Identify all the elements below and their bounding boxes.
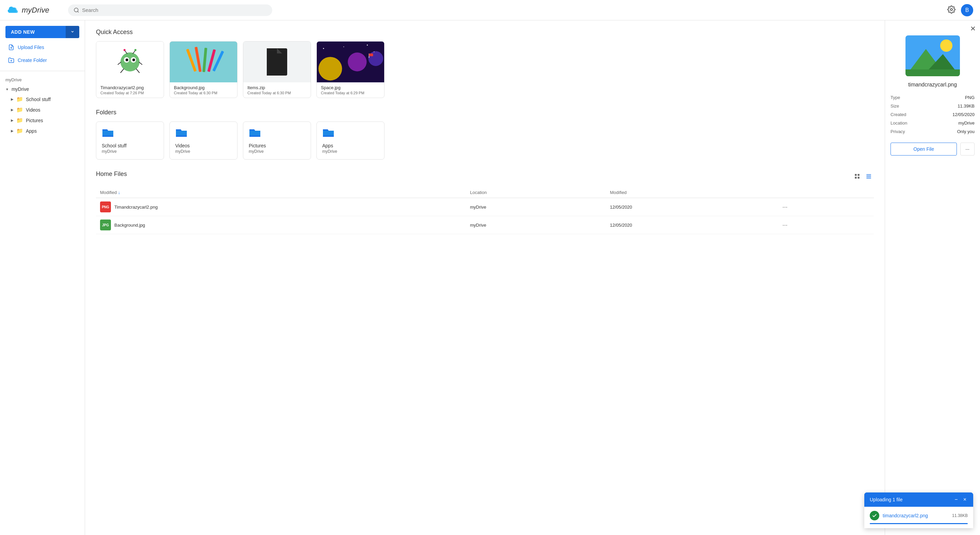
chevron-down-icon [70,30,75,34]
folders-grid: School stuff myDrive Videos myDrive [96,121,874,159]
avatar[interactable]: B [961,4,973,16]
svg-point-45 [940,40,953,52]
svg-rect-48 [905,69,960,76]
file-meta: Type PNG Size 11.39KB Created 12/05/2020… [891,93,975,136]
svg-rect-39 [858,177,859,178]
folder-icon-videos [175,127,232,140]
sidebar-section-title: myDrive [0,75,85,84]
folder-card-pictures[interactable]: Pictures myDrive [243,121,311,159]
view-toggle [852,172,874,182]
logo-area: myDrive [7,5,61,15]
qa-card-alien[interactable]: Timandcrazycarl2.png Created Today at 7:… [96,41,164,98]
upload-minimize-button[interactable]: − [953,497,959,503]
meta-row-privacy: Privacy Only you [891,127,975,136]
svg-point-10 [132,59,135,61]
upload-icon [8,44,14,50]
qa-card-bg[interactable]: Background.jpg Created Today at 6:30 PM [169,41,237,98]
grid-icon [854,173,860,179]
settings-button[interactable] [947,5,956,14]
folder-name-apps: Apps [322,143,379,148]
add-new-main-button[interactable]: ADD NEW [5,26,66,38]
svg-rect-40 [866,174,871,175]
svg-rect-41 [866,175,871,176]
create-folder-action[interactable]: Create Folder [0,54,85,67]
qa-thumbnail-bg [170,41,237,82]
search-bar[interactable] [68,5,272,16]
sidebar-item-videos[interactable]: ▶ 📁 Videos [5,105,85,115]
meta-row-location: Location myDrive [891,119,975,127]
folder-loc-pictures: myDrive [249,149,305,154]
add-new-chevron-button[interactable] [66,26,79,38]
col-modified[interactable]: Modified ↓ [96,187,466,198]
sidebar-item-pictures[interactable]: ▶ 📁 Pictures [5,115,85,126]
upload-check-icon [870,511,879,521]
svg-point-28 [348,53,366,71]
svg-point-33 [374,51,374,52]
svg-line-1 [78,11,79,12]
open-file-button[interactable]: Open File [891,143,957,156]
upload-file-row: timandcrazycarl2.png 11.38KB [870,511,968,521]
list-icon [865,173,872,179]
file-more-button-2[interactable]: ··· [780,221,789,229]
create-folder-label: Create Folder [18,57,47,63]
upload-title: Uploading 1 file [870,497,903,502]
close-icon: ✕ [970,25,976,32]
sidebar-item-label-school: School stuff [26,97,51,102]
home-files-title: Home Files [96,170,127,178]
qa-card-zip[interactable]: Items.zip Created Today at 6:30 PM [243,41,311,98]
sidebar-item-label-videos: Videos [26,107,40,113]
svg-point-30 [323,48,324,49]
folder-icon-2: 📁 [16,107,23,113]
svg-point-2 [950,8,953,11]
add-new-button-group: ADD NEW [5,26,79,38]
file-badge-png: PNG [100,201,111,212]
col-modified2: Modified [606,187,776,198]
file-badge-jpg: JPG [100,220,111,231]
sidebar-item-apps[interactable]: ▶ 📁 Apps [5,126,85,136]
list-view-button[interactable] [864,172,874,182]
file-more-button[interactable]: ··· [780,203,789,211]
upload-file-size: 11.38KB [952,513,968,518]
svg-point-6 [121,53,140,72]
tree-chevron-down: ▼ [5,88,9,91]
logo-text: myDrive [22,6,49,14]
file-more-2: ··· [776,216,874,234]
qa-name-space: Space.jpg [321,85,380,90]
qa-card-space[interactable]: Space.jpg Created Today at 6:29 PM [317,41,385,98]
folder-icon-school [102,127,158,140]
folder-name-videos: Videos [175,143,232,148]
sort-arrow: ↓ [118,190,121,195]
close-panel-button[interactable]: ✕ [970,24,976,33]
table-row: PNG Timandcrazycarl2.png myDrive 12/05/2… [96,198,874,216]
upload-close-button[interactable]: × [962,497,968,503]
sidebar-item-school-stuff[interactable]: ▶ 📁 School stuff [5,94,85,105]
qa-name-zip: Items.zip [247,85,307,90]
folder-card-apps[interactable]: Apps myDrive [317,121,385,159]
folder-name-school: School stuff [102,143,158,148]
svg-rect-35 [369,53,373,56]
more-options-button[interactable]: ··· [960,143,975,156]
svg-line-15 [121,69,124,73]
tree-root[interactable]: ▼ myDrive [0,84,85,94]
svg-point-32 [367,45,368,46]
svg-rect-42 [866,177,871,177]
folder-card-school[interactable]: School stuff myDrive [96,121,164,159]
file-more: ··· [776,198,874,216]
folder-icon-apps [322,127,379,140]
upload-files-action[interactable]: Upload Files [0,41,85,54]
file-name-label-2: Background.jpg [115,223,145,228]
qa-info-alien: Timandcrazycarl2.png Created Today at 7:… [96,82,164,98]
folders-title: Folders [96,109,874,116]
upload-header: Uploading 1 file − × [864,492,973,507]
meta-row-size: Size 11.39KB [891,102,975,110]
svg-point-14 [134,49,137,51]
search-input[interactable] [82,7,267,13]
grid-view-button[interactable] [852,172,862,182]
folder-card-videos[interactable]: Videos myDrive [169,121,237,159]
panel-actions: Open File ··· [891,143,975,156]
file-name-cell-2: JPG Background.jpg [100,220,462,231]
folder-loc-videos: myDrive [175,149,232,154]
meta-row-type: Type PNG [891,93,975,102]
qa-thumbnail-space [317,41,384,82]
qa-info-zip: Items.zip Created Today at 6:30 PM [243,82,311,98]
